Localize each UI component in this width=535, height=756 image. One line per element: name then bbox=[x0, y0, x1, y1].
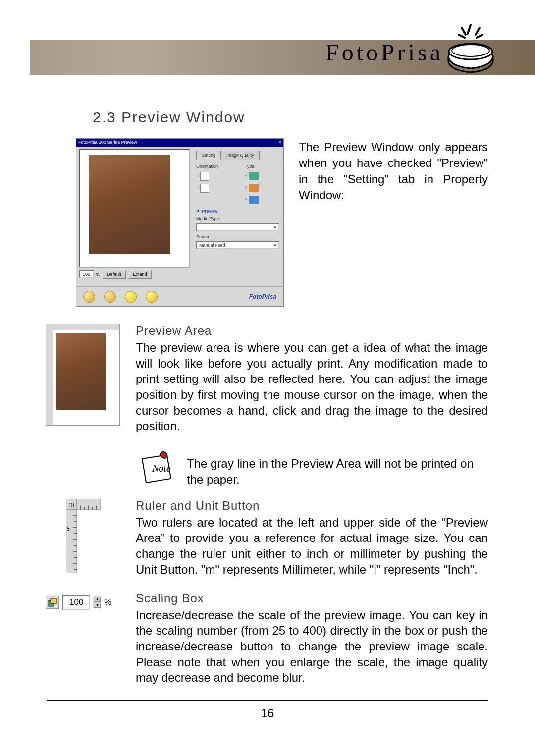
action-button-2 bbox=[104, 291, 116, 303]
orientation-label: Orientation bbox=[196, 164, 239, 169]
window-bottom-bar: FotoPrisa bbox=[76, 286, 283, 306]
note-text: The gray line in the Preview Area will n… bbox=[187, 448, 488, 488]
brand-text: FotoPrisa bbox=[325, 39, 443, 66]
power-button bbox=[146, 291, 158, 303]
scaling-text: Increase/decrease the scale of the previ… bbox=[136, 607, 488, 686]
tab-image-quality: Image Quality bbox=[221, 151, 260, 160]
svg-text:Note: Note bbox=[152, 463, 171, 474]
landscape-icon bbox=[200, 184, 209, 193]
preview-area-thumb-frame bbox=[46, 324, 120, 426]
scaling-icon bbox=[46, 595, 59, 609]
action-button-1 bbox=[83, 291, 95, 303]
source-row: Source Manual Feed▾ bbox=[196, 234, 279, 249]
svg-text:5: 5 bbox=[67, 526, 70, 532]
color-type-icon-2 bbox=[249, 184, 259, 192]
window-titlebar: FotoPrisa 300 Series Preview × bbox=[76, 139, 283, 147]
source-label: Source bbox=[196, 234, 211, 239]
preview-bottom-controls: 100 % Default Extend bbox=[79, 270, 190, 279]
extend-button: Extend bbox=[128, 270, 152, 279]
svg-rect-10 bbox=[66, 510, 77, 573]
media-type-row: Media Type ▾ bbox=[196, 216, 279, 231]
preview-photo bbox=[89, 155, 170, 254]
setting-grid: Orientation Type ○ ○ ○ ○ ○ bbox=[196, 164, 279, 204]
preview-area-text: The preview area is where you can get a … bbox=[136, 340, 488, 434]
media-type-label: Media Type bbox=[196, 216, 219, 221]
scaling-heading: Scaling Box bbox=[136, 592, 488, 605]
source-dropdown: Manual Feed▾ bbox=[196, 241, 279, 249]
scale-value: 100 bbox=[79, 270, 94, 278]
scaling-box-icon: 100 ▲ ▼ % bbox=[46, 592, 125, 613]
logo-text: FotoPrisa bbox=[249, 293, 276, 300]
preview-canvas bbox=[79, 149, 190, 268]
page-number: 16 bbox=[0, 706, 535, 720]
intro-text: The Preview Window only appears when you… bbox=[299, 138, 488, 204]
ruler-section: m 5 Ruler and Un bbox=[47, 499, 488, 578]
note-icon: Note bbox=[136, 448, 176, 487]
preview-area-section: Preview Area The preview area is where y… bbox=[47, 324, 488, 434]
ruler-thumb: m 5 bbox=[46, 499, 121, 573]
titlebar-text: FotoPrisa 300 Series Preview bbox=[78, 140, 137, 146]
color-type-icon-3 bbox=[249, 196, 259, 204]
page-content: 2.3 Preview Window FotoPrisa 300 Series … bbox=[0, 89, 535, 686]
type-label: Type bbox=[245, 164, 279, 169]
preview-area-heading: Preview Area bbox=[136, 324, 488, 338]
ruler-icon: m 5 bbox=[66, 499, 101, 573]
preview-check-label: Preview bbox=[202, 209, 218, 214]
unit-label: m bbox=[68, 500, 74, 508]
preview-area-thumb-photo bbox=[56, 333, 106, 410]
tab-row: Setting Image Quality bbox=[196, 151, 279, 160]
spinner-icon: ▲ ▼ bbox=[93, 596, 101, 608]
eye-icon: 👁 bbox=[196, 209, 201, 214]
media-type-dropdown: ▾ bbox=[196, 223, 279, 231]
scanner-icon bbox=[441, 21, 500, 75]
scaling-value: 100 bbox=[62, 595, 90, 610]
tab-setting: Setting bbox=[196, 151, 221, 160]
window-body: 100 % Default Extend Setting Image Quali… bbox=[76, 147, 283, 286]
note-row: Note The gray line in the Preview Area w… bbox=[136, 448, 488, 488]
percent-label: % bbox=[104, 597, 111, 607]
preview-right-panel: Setting Image Quality Orientation Type ○… bbox=[192, 147, 283, 286]
portrait-icon bbox=[200, 172, 209, 181]
svg-point-0 bbox=[449, 44, 492, 59]
intro-row: FotoPrisa 300 Series Preview × 100 % Def… bbox=[76, 138, 488, 307]
page-header: FotoPrisa bbox=[0, 0, 535, 89]
close-icon: × bbox=[279, 140, 281, 146]
scaling-thumb: 100 ▲ ▼ % bbox=[46, 592, 121, 613]
preview-window-screenshot: FotoPrisa 300 Series Preview × 100 % Def… bbox=[76, 138, 284, 307]
scaling-body: Scaling Box Increase/decrease the scale … bbox=[136, 592, 488, 686]
preview-left-panel: 100 % Default Extend bbox=[76, 147, 192, 286]
ruler-body: Ruler and Unit Button Two rulers are loc… bbox=[136, 499, 488, 578]
preview-area-thumb bbox=[46, 324, 121, 426]
ruler-text: Two rulers are located at the left and u… bbox=[136, 515, 488, 578]
preview-area-body: Preview Area The preview area is where y… bbox=[136, 324, 488, 434]
help-button bbox=[125, 291, 137, 303]
default-button: Default bbox=[102, 270, 126, 279]
section-heading: 2.3 Preview Window bbox=[93, 109, 488, 126]
color-type-icon-1 bbox=[249, 172, 259, 180]
preview-checkbox-row: 👁 Preview bbox=[196, 209, 279, 214]
ruler-heading: Ruler and Unit Button bbox=[136, 499, 488, 513]
footer-rule bbox=[47, 700, 488, 701]
scaling-section: 100 ▲ ▼ % Scaling Box Increase/decrease … bbox=[47, 592, 488, 686]
svg-rect-23 bbox=[51, 598, 56, 603]
